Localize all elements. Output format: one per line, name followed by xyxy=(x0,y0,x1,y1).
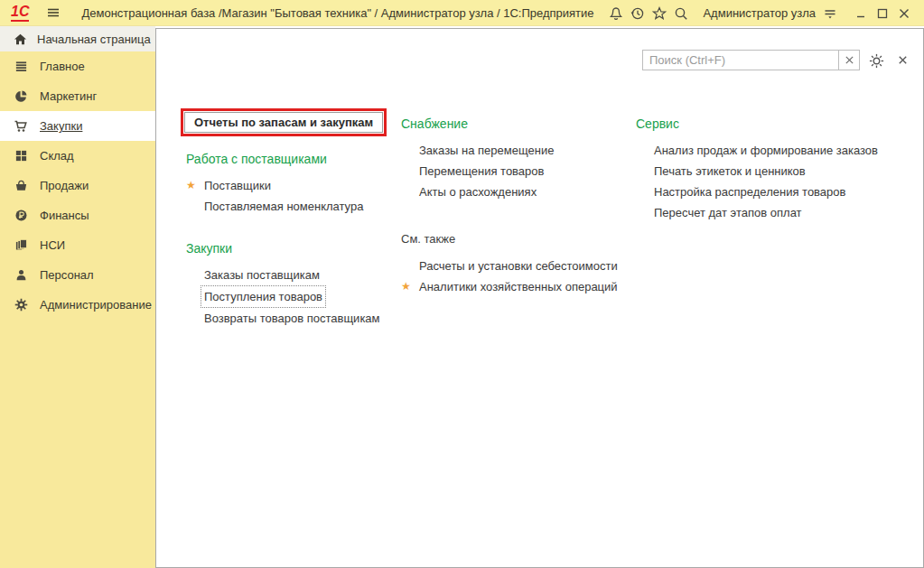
command-label: Печать этикеток и ценников xyxy=(654,164,806,178)
sidebar-item-home[interactable]: Начальная страница xyxy=(0,26,155,51)
command-label: Возвраты товаров поставщикам xyxy=(204,312,380,325)
sidebar-item-zakupki[interactable]: Закупки xyxy=(0,111,155,141)
sidebar-item-finansy[interactable]: Финансы xyxy=(0,200,155,230)
sidebar-item-label: Продажи xyxy=(40,179,89,192)
section-heading: Снабжение xyxy=(401,116,626,132)
command-label: Анализ продаж и формирование заказов xyxy=(654,144,878,157)
command-peremeshcheniya-tovarov[interactable]: Перемещения товаров xyxy=(401,161,626,182)
ruble-circle-icon xyxy=(14,209,28,222)
sidebar-item-label: Главное xyxy=(40,60,85,73)
command-label: Поставляемая номенклатура xyxy=(204,200,363,213)
titlebar-tools: Администратор узла xyxy=(605,0,915,26)
menu-column-1: Отчеты по запасам и закупкам Работа с по… xyxy=(181,108,397,329)
section-snabzhenie: Снабжение Заказы на перемещение Перемеще… xyxy=(401,116,626,202)
global-search-icon[interactable] xyxy=(670,3,692,24)
home-icon xyxy=(14,33,27,46)
section-heading: Работа с поставщиками xyxy=(186,151,397,167)
menu-column-3: Сервис Анализ продаж и формирование зака… xyxy=(630,116,910,223)
command-postavshchiki[interactable]: ★ Поставщики xyxy=(186,175,397,196)
sidebar-item-nsi[interactable]: НСИ xyxy=(0,230,155,260)
gear-icon xyxy=(14,298,28,312)
main-menu-icon[interactable] xyxy=(45,5,61,21)
command-nastroyka-raspredeleniya[interactable]: Настройка распределения товаров xyxy=(636,182,910,202)
sidebar-item-label: Склад xyxy=(40,149,74,163)
favorite-star-icon: ★ xyxy=(401,276,411,297)
search-input[interactable] xyxy=(642,50,839,70)
section-heading: Сервис xyxy=(636,116,910,132)
sidebar-item-administrirovanie[interactable]: Администрирование xyxy=(0,290,155,320)
command-label-focused: Поступления товаров xyxy=(201,285,326,308)
command-analitiki-operatsiy[interactable]: ★ Аналитики хозяйственных операций xyxy=(401,276,626,297)
command-label: Расчеты и установки себестоимости xyxy=(419,259,618,273)
favorites-star-icon[interactable] xyxy=(649,3,670,24)
maximize-button[interactable] xyxy=(872,3,893,24)
menu-column-2: Снабжение Заказы на перемещение Перемеще… xyxy=(396,116,626,297)
sidebar-item-prodazhi[interactable]: Продажи xyxy=(0,171,155,200)
command-label: Настройка распределения товаров xyxy=(654,185,845,199)
command-zakazy-postavshchikam[interactable]: Заказы поставщикам xyxy=(186,265,397,285)
minimize-button[interactable] xyxy=(850,3,872,24)
grid-boxes-icon xyxy=(14,149,28,163)
sidebar-item-glavnoe[interactable]: Главное xyxy=(0,51,155,81)
command-analiz-prodazh[interactable]: Анализ продаж и формирование заказов xyxy=(636,140,910,161)
command-label: Заказы поставщикам xyxy=(204,268,320,282)
command-label: Пересчет дат этапов оплат xyxy=(654,206,802,219)
section-suppliers-work: Работа с поставщиками ★ Поставщики Поста… xyxy=(186,151,397,217)
command-vozvraty-tovarov[interactable]: Возвраты товаров поставщикам xyxy=(186,308,397,329)
home-label: Начальная страница xyxy=(37,33,151,46)
command-postupleniya-tovarov[interactable]: Поступления товаров xyxy=(186,285,397,308)
menu-lines-icon xyxy=(14,60,28,73)
command-akty-o-raskhozhdeniyakh[interactable]: Акты о расхождениях xyxy=(401,182,626,202)
section-zakupki: Закупки Заказы поставщикам Поступления т… xyxy=(186,240,397,329)
window-title: Демонстрационная база /Магазин "Бытовая … xyxy=(81,6,593,20)
cart-icon xyxy=(14,119,28,134)
service-menu-icon[interactable] xyxy=(819,3,841,24)
notifications-bell-icon[interactable] xyxy=(605,3,627,24)
command-label: Перемещения товаров xyxy=(419,164,544,178)
sidebar-item-label: НСИ xyxy=(40,238,65,252)
command-label: Заказы на перемещение xyxy=(419,144,554,157)
command-label: Аналитики хозяйственных операций xyxy=(419,280,618,293)
sidebar-item-label: Персонал xyxy=(40,268,94,282)
person-icon xyxy=(14,268,28,282)
titlebar: 1С Демонстрационная база /Магазин "Бытов… xyxy=(0,0,924,26)
sidebar-item-label: Маркетинг xyxy=(40,89,97,103)
sidebar-item-marketing[interactable]: Маркетинг xyxy=(0,81,155,111)
sidebar-item-label: Закупки xyxy=(40,119,82,133)
section-heading: См. также xyxy=(401,231,626,247)
search-row xyxy=(642,50,860,70)
command-label: Поставщики xyxy=(204,179,271,192)
sidebar-item-sklad[interactable]: Склад xyxy=(0,141,155,171)
section-servis: Сервис Анализ продаж и формирование зака… xyxy=(636,116,910,223)
section-heading: Закупки xyxy=(186,240,397,256)
panel-settings-gear-icon[interactable] xyxy=(868,52,885,70)
close-window-button[interactable] xyxy=(893,3,915,24)
app-window: 1С Демонстрационная база /Магазин "Бытов… xyxy=(0,0,924,568)
sidebar-item-label: Финансы xyxy=(40,209,89,222)
command-pechat-etiketok[interactable]: Печать этикеток и ценников xyxy=(636,161,910,182)
current-user-label: Администратор узла xyxy=(703,6,816,20)
reports-stocks-purchases-button[interactable]: Отчеты по запасам и закупкам xyxy=(184,112,383,133)
favorite-star-icon: ★ xyxy=(186,175,196,196)
1c-logo: 1С xyxy=(11,5,29,22)
function-menu-panel: Отчеты по запасам и закупкам Работа с по… xyxy=(155,28,924,568)
sidebar: Главное Маркетинг Закупки xyxy=(0,51,155,568)
pie-chart-icon xyxy=(14,89,28,103)
basket-icon xyxy=(14,179,28,192)
history-icon[interactable] xyxy=(627,3,649,24)
sidebar-item-personal[interactable]: Персонал xyxy=(0,260,155,290)
stacked-books-icon xyxy=(14,238,28,252)
annotation-highlight-box: Отчеты по запасам и закупкам xyxy=(181,108,387,136)
sidebar-item-label: Администрирование xyxy=(40,298,152,312)
section-see-also: См. также Расчеты и установки себестоимо… xyxy=(401,231,626,297)
panel-close-icon[interactable] xyxy=(897,54,909,66)
command-raschety-sebestoimosti[interactable]: Расчеты и установки себестоимости xyxy=(401,256,626,276)
command-pereschet-dat[interactable]: Пересчет дат этапов оплат xyxy=(636,202,910,223)
search-clear-icon[interactable] xyxy=(839,50,860,70)
command-postavlyaemaya-nomenklatura[interactable]: Поставляемая номенклатура xyxy=(186,196,397,217)
command-label: Акты о расхождениях xyxy=(419,185,537,199)
command-zakazy-na-peremeshchenie[interactable]: Заказы на перемещение xyxy=(401,140,626,161)
